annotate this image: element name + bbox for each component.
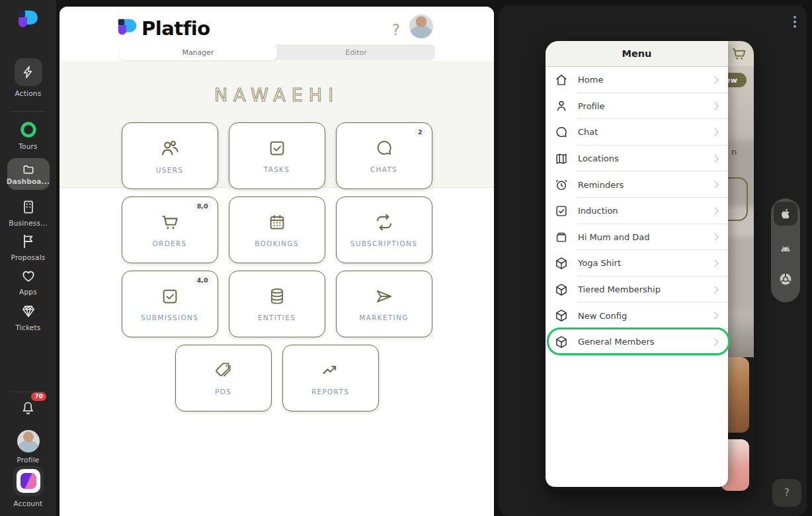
card-label: MARKETING bbox=[359, 314, 408, 322]
card-label: USERS bbox=[156, 166, 183, 174]
sidebar-item-dashboards[interactable]: Dashboa... bbox=[0, 158, 56, 190]
chevron-right-icon bbox=[711, 207, 718, 214]
menu-title: Menu bbox=[546, 41, 728, 67]
menu-item-induction[interactable]: Induction bbox=[546, 198, 728, 224]
sidebar-item-apps[interactable]: Apps bbox=[0, 267, 56, 296]
cart-icon[interactable] bbox=[731, 46, 747, 62]
account-logo-icon bbox=[20, 473, 36, 489]
menu-item-label: Home bbox=[578, 75, 712, 85]
sidebar-item-tours[interactable]: Tours bbox=[0, 120, 56, 150]
sidebar-item-label: Dashboa... bbox=[7, 177, 50, 185]
sidebar-item-actions[interactable]: Actions bbox=[0, 58, 56, 97]
card-submissions[interactable]: 4,0 SUBMISSIONS bbox=[122, 271, 218, 337]
chevron-right-icon bbox=[711, 103, 718, 110]
menu-item-yoga-shirt[interactable]: Yoga Shirt bbox=[546, 250, 728, 277]
card-label: SUBMISSIONS bbox=[141, 314, 198, 322]
sidebar-item-business[interactable]: Business... bbox=[0, 198, 56, 227]
card-tasks[interactable]: TASKS bbox=[229, 122, 325, 189]
sidebar-item-tickets[interactable]: Tickets bbox=[0, 303, 56, 331]
workspace-title: NAWAEHI bbox=[60, 85, 494, 105]
chevron-right-icon bbox=[711, 259, 718, 267]
apple-icon bbox=[778, 206, 793, 221]
home-icon bbox=[554, 73, 569, 87]
phone-menu-overlay: Menu Home Profile Chat Locations Reminde… bbox=[546, 41, 728, 487]
menu-item-tiered-membership[interactable]: Tiered Membership bbox=[546, 277, 728, 303]
card-entities[interactable]: ENTITIES bbox=[229, 271, 325, 337]
sidebar-item-profile[interactable]: Profile bbox=[0, 430, 56, 464]
card-badge: 2 bbox=[415, 128, 426, 137]
kebab-menu-icon[interactable] bbox=[793, 16, 796, 28]
calendar-icon bbox=[267, 212, 287, 232]
menu-item-locations[interactable]: Locations bbox=[546, 146, 728, 172]
card-pos[interactable]: POS bbox=[175, 345, 272, 411]
tab-editor[interactable]: Editor bbox=[277, 44, 435, 60]
gem-icon bbox=[20, 303, 37, 320]
menu-item-label: Reminders bbox=[578, 180, 712, 190]
menu-item-profile[interactable]: Profile bbox=[546, 93, 728, 120]
sidebar-item-label: Apps bbox=[19, 288, 37, 296]
android-icon[interactable] bbox=[778, 241, 793, 257]
menu-item-reminders[interactable]: Reminders bbox=[546, 171, 728, 198]
database-icon bbox=[267, 286, 287, 306]
help-icon[interactable]: ? bbox=[392, 21, 400, 38]
sidebar-item-proposals[interactable]: Proposals bbox=[0, 233, 56, 261]
card-users[interactable]: USERS bbox=[122, 122, 218, 189]
menu-item-hi-mum-and-dad[interactable]: Hi Mum and Dad bbox=[546, 224, 728, 251]
chevron-right-icon bbox=[711, 286, 718, 293]
card-orders[interactable]: 8,0 ORDERS bbox=[122, 196, 218, 263]
card-label: ORDERS bbox=[152, 239, 186, 247]
heart-icon bbox=[20, 267, 37, 284]
menu-item-label: Chat bbox=[578, 127, 712, 137]
dashboard-card-grid: USERS TASKS 2 CHATS 8,0 ORDERS BOOKINGS bbox=[60, 122, 494, 411]
person-icon bbox=[554, 99, 569, 113]
brand: Platfio bbox=[118, 17, 210, 40]
send-icon bbox=[374, 286, 394, 306]
card-marketing[interactable]: MARKETING bbox=[336, 271, 432, 337]
menu-item-chat[interactable]: Chat bbox=[546, 119, 728, 146]
card-label: BOOKINGS bbox=[255, 239, 299, 247]
platfio-logo-icon bbox=[19, 11, 38, 30]
card-label: SUBSCRIPTIONS bbox=[350, 239, 417, 247]
menu-item-general-members[interactable]: General Members bbox=[546, 329, 728, 355]
cart-icon bbox=[160, 212, 180, 232]
chat-icon bbox=[374, 138, 394, 158]
cube-icon bbox=[554, 282, 569, 297]
avatar bbox=[17, 430, 40, 452]
checkbox-icon bbox=[554, 204, 569, 218]
card-chats[interactable]: 2 CHATS bbox=[336, 122, 432, 189]
card-subscriptions[interactable]: SUBSCRIPTIONS bbox=[336, 196, 432, 263]
repeat-icon bbox=[374, 212, 394, 232]
app-logo[interactable] bbox=[0, 11, 56, 30]
bell-icon bbox=[19, 398, 37, 416]
menu-item-label: Profile bbox=[578, 101, 712, 111]
menu-item-label: Induction bbox=[578, 206, 712, 216]
chevron-right-icon bbox=[711, 312, 718, 319]
users-icon bbox=[159, 138, 181, 159]
menu-item-home[interactable]: Home bbox=[546, 67, 728, 93]
card-badge: 8,0 bbox=[194, 202, 212, 211]
sidebar-item-label: Proposals bbox=[11, 253, 46, 261]
help-button[interactable]: ? bbox=[772, 479, 801, 507]
cube-icon bbox=[554, 308, 569, 323]
chrome-icon[interactable] bbox=[778, 271, 793, 287]
zap-icon bbox=[15, 58, 42, 86]
sidebar-item-account[interactable]: Account bbox=[0, 466, 56, 507]
sidebar-item-label: Tickets bbox=[16, 323, 41, 331]
cube-icon bbox=[554, 335, 569, 349]
notifications-button[interactable]: 70 bbox=[0, 398, 56, 416]
chevron-right-icon bbox=[711, 234, 718, 241]
card-label: ENTITIES bbox=[258, 314, 296, 322]
card-bookings[interactable]: BOOKINGS bbox=[229, 196, 325, 263]
brand-wordmark: Platfio bbox=[142, 17, 210, 40]
menu-item-new-config[interactable]: New Config bbox=[546, 302, 728, 329]
tab-manager[interactable]: Manager bbox=[119, 44, 277, 60]
user-avatar[interactable] bbox=[409, 15, 433, 38]
card-label: POS bbox=[215, 388, 231, 396]
sidebar-item-label: Actions bbox=[15, 89, 42, 97]
platfio-logo-icon bbox=[118, 19, 136, 38]
card-reports[interactable]: REPORTS bbox=[282, 345, 379, 411]
chevron-right-icon bbox=[711, 76, 718, 83]
chevron-right-icon bbox=[711, 128, 718, 136]
building-icon bbox=[20, 198, 37, 216]
platform-apple-button[interactable] bbox=[774, 202, 797, 226]
